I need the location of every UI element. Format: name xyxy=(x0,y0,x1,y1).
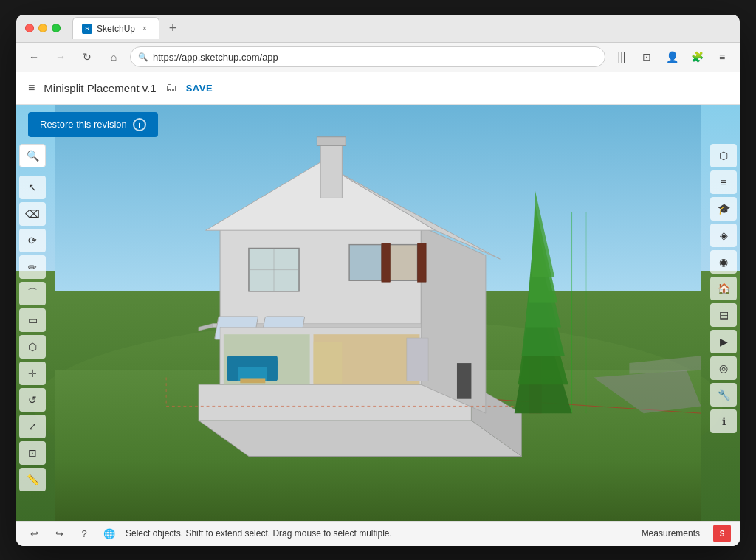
restore-button-label: Restore this revision xyxy=(40,119,127,130)
rectangle-tool-button[interactable]: ▭ xyxy=(19,308,46,332)
back-button[interactable]: ← xyxy=(24,46,44,67)
svg-rect-14 xyxy=(317,136,346,145)
redo-button[interactable]: ↪ xyxy=(50,525,68,542)
undo-button[interactable]: ↩ xyxy=(25,525,43,542)
app-header: ≡ Minisplit Placement v.1 🗂 SAVE xyxy=(16,72,740,105)
vr-button[interactable]: ◎ xyxy=(710,356,737,380)
restore-banner: Restore this revision i xyxy=(16,105,170,145)
pencil-tool-button[interactable]: ✏ xyxy=(19,255,46,279)
browser-menu-button[interactable]: ≡ xyxy=(712,46,732,67)
help-button[interactable]: ? xyxy=(75,525,93,542)
restore-revision-button[interactable]: Restore this revision i xyxy=(28,112,158,137)
rotate-tool-button[interactable]: ↺ xyxy=(19,388,46,412)
svg-marker-6 xyxy=(199,420,522,456)
minimize-window-button[interactable] xyxy=(38,24,47,32)
measurements-label: Measurements xyxy=(642,528,700,539)
views-button[interactable]: ⬡ xyxy=(710,144,737,167)
forward-button[interactable]: → xyxy=(50,46,71,67)
svg-rect-31 xyxy=(227,359,238,381)
orbit-tool-button[interactable]: ⟳ xyxy=(19,229,46,252)
move-tool-button[interactable]: ✛ xyxy=(19,362,46,385)
svg-rect-19 xyxy=(349,244,382,280)
layers-button[interactable]: ≡ xyxy=(710,170,737,194)
status-text: Select objects. Shift to extend select. … xyxy=(126,528,634,539)
eraser-tool-button[interactable]: ⌫ xyxy=(19,202,46,226)
svg-rect-33 xyxy=(240,378,265,383)
offset-tool-button[interactable]: ⊡ xyxy=(19,441,46,465)
reload-button[interactable]: ↻ xyxy=(77,46,97,67)
home-button[interactable]: ⌂ xyxy=(103,46,124,67)
svg-rect-21 xyxy=(382,243,391,282)
nav-right-buttons: ||| ⊡ 👤 🧩 ≡ xyxy=(611,46,732,67)
title-bar: S SketchUp × + xyxy=(16,15,740,43)
svg-rect-36 xyxy=(457,363,471,399)
save-button[interactable]: SAVE xyxy=(186,83,213,94)
tab-title: SketchUp xyxy=(97,24,135,34)
svg-marker-7 xyxy=(199,384,472,421)
model-info-button[interactable]: ℹ xyxy=(710,409,737,433)
svg-rect-13 xyxy=(320,140,342,198)
3d-scene xyxy=(16,105,740,521)
tab-favicon: S xyxy=(82,24,92,34)
components-button[interactable]: 🎓 xyxy=(710,197,737,221)
app-title: Minisplit Placement v.1 xyxy=(44,82,156,94)
address-bar[interactable]: 🔍 https://app.sketchup.com/app xyxy=(130,46,605,67)
close-window-button[interactable] xyxy=(25,24,34,32)
nav-bar: ← → ↻ ⌂ 🔍 https://app.sketchup.com/app |… xyxy=(16,43,740,72)
extension-manager-button[interactable]: 🔧 xyxy=(710,383,737,407)
scale-tool-button[interactable]: ⤢ xyxy=(19,415,46,438)
address-text: https://app.sketchup.com/app xyxy=(153,52,278,63)
account-button[interactable]: 👤 xyxy=(662,46,682,67)
animation-button[interactable]: ▶ xyxy=(710,330,737,353)
new-tab-button[interactable]: + xyxy=(162,18,183,38)
materials-button[interactable]: ◈ xyxy=(710,224,737,247)
svg-rect-37 xyxy=(313,341,342,382)
3d-warehouse-button[interactable]: ◉ xyxy=(710,250,737,274)
left-toolbar: 🔍 ↖ ⌫ ⟳ ✏ ⌒ ▭ ⬡ ✛ ↺ ⤢ ⊡ 📏 xyxy=(16,137,49,521)
right-toolbar: ⬡ ≡ 🎓 ◈ ◉ 🏠 ▤ ▶ ◎ 🔧 ℹ xyxy=(707,137,740,521)
tabs-button[interactable]: ⊡ xyxy=(636,46,657,67)
bookmarks-button[interactable]: ||| xyxy=(611,46,632,67)
viewport[interactable]: 🔍 ↖ ⌫ ⟳ ✏ ⌒ ▭ ⬡ ✛ ↺ ⤢ ⊡ 📏 ⬡ ≡ 🎓 ◈ ◉ xyxy=(16,105,740,521)
select-tool-button[interactable]: ↖ xyxy=(19,176,46,199)
folder-button[interactable]: 🗂 xyxy=(165,81,177,94)
extensions-button[interactable]: 🧩 xyxy=(687,46,707,67)
tab-close-button[interactable]: × xyxy=(140,24,150,34)
traffic-lights xyxy=(25,24,61,32)
push-pull-tool-button[interactable]: ⬡ xyxy=(19,335,46,359)
status-bar: ↩ ↪ ? 🌐 Select objects. Shift to extend … xyxy=(16,521,740,546)
outliner-button[interactable]: ▤ xyxy=(710,303,737,327)
globe-button[interactable]: 🌐 xyxy=(100,525,118,542)
browser-window: S SketchUp × + ← → ↻ ⌂ 🔍 https://app.ske… xyxy=(16,15,740,546)
tape-tool-button[interactable]: 📏 xyxy=(19,468,46,491)
search-tool-button[interactable]: 🔍 xyxy=(19,144,46,167)
active-tab[interactable]: S SketchUp × xyxy=(72,17,159,39)
arc-tool-button[interactable]: ⌒ xyxy=(19,282,46,305)
svg-marker-10 xyxy=(421,227,486,413)
hamburger-menu-button[interactable]: ≡ xyxy=(28,81,35,94)
scenes-button[interactable]: 🏠 xyxy=(710,277,737,300)
maximize-window-button[interactable] xyxy=(52,24,61,32)
svg-rect-32 xyxy=(267,359,278,381)
svg-marker-24 xyxy=(199,323,213,331)
svg-rect-22 xyxy=(417,243,426,282)
tab-bar: S SketchUp × + xyxy=(72,17,731,39)
restore-info-icon[interactable]: i xyxy=(133,118,146,131)
app-content: ≡ Minisplit Placement v.1 🗂 SAVE Restore… xyxy=(16,72,740,546)
svg-rect-35 xyxy=(407,338,428,381)
search-icon: 🔍 xyxy=(138,52,148,62)
sketchup-logo: S xyxy=(713,525,731,542)
